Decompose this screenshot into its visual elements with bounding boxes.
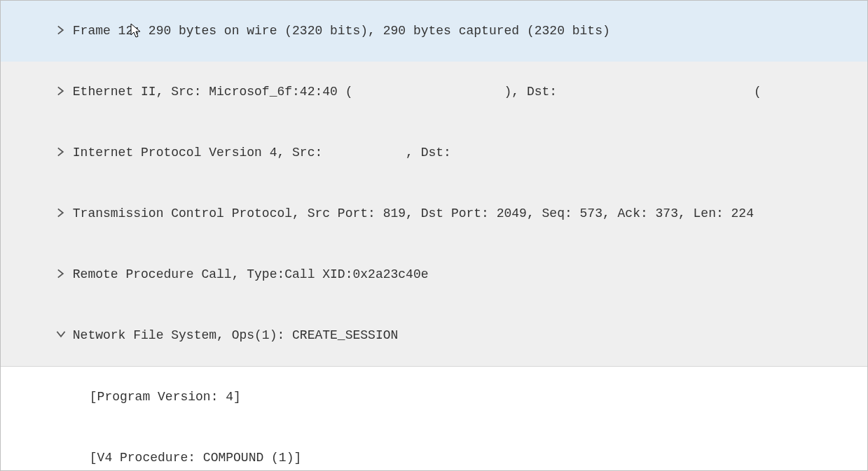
row-text: Remote Procedure Call, Type:Call XID:0x2…: [73, 267, 429, 281]
row-text: Frame 12: 290 bytes on wire (2320 bits),…: [73, 24, 610, 38]
tree-row-ethernet[interactable]: Ethernet II, Src: Microsof_6f:42:40 ( ),…: [1, 62, 867, 122]
chevron-right-icon[interactable]: [56, 265, 73, 285]
row-text: Internet Protocol Version 4, Src: , Dst:: [73, 146, 451, 160]
chevron-right-icon[interactable]: [56, 204, 73, 224]
row-text: [Program Version: 4]: [90, 390, 241, 404]
row-text: Transmission Control Protocol, Src Port:…: [73, 206, 754, 220]
row-text: Network File System, Ops(1): CREATE_SESS…: [73, 328, 398, 342]
nfs-details: [Program Version: 4] [V4 Procedure: COMP…: [1, 367, 867, 471]
chevron-right-icon[interactable]: [56, 82, 73, 102]
chevron-right-icon[interactable]: [56, 143, 73, 163]
tree-row-program-version[interactable]: [Program Version: 4]: [1, 367, 867, 428]
row-text: [V4 Procedure: COMPOUND (1)]: [90, 451, 301, 465]
tree-row-frame[interactable]: Frame 12: 290 bytes on wire (2320 bits),…: [1, 1, 867, 62]
packet-details-panel: Frame 12: 290 bytes on wire (2320 bits),…: [0, 0, 868, 471]
row-text: Ethernet II, Src: Microsof_6f:42:40 ( ),…: [73, 85, 762, 99]
protocol-summary-block: Frame 12: 290 bytes on wire (2320 bits),…: [1, 1, 867, 367]
tree-row-v4-procedure[interactable]: [V4 Procedure: COMPOUND (1)]: [1, 428, 867, 471]
tree-row-rpc[interactable]: Remote Procedure Call, Type:Call XID:0x2…: [1, 244, 867, 305]
chevron-down-icon[interactable]: [56, 325, 73, 346]
chevron-right-icon[interactable]: [56, 21, 73, 41]
tree-row-ip[interactable]: Internet Protocol Version 4, Src: , Dst:: [1, 122, 867, 183]
tree-row-nfs[interactable]: Network File System, Ops(1): CREATE_SESS…: [1, 305, 867, 366]
tree-row-tcp[interactable]: Transmission Control Protocol, Src Port:…: [1, 183, 867, 244]
